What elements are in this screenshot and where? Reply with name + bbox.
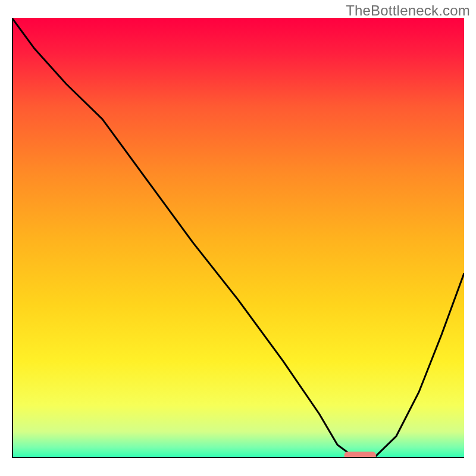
- watermark-text: TheBottleneck.com: [346, 2, 470, 19]
- chart-svg: [12, 18, 464, 458]
- plot-area: [12, 18, 464, 458]
- chart-container: TheBottleneck.com: [0, 0, 476, 476]
- gradient-background: [12, 18, 464, 458]
